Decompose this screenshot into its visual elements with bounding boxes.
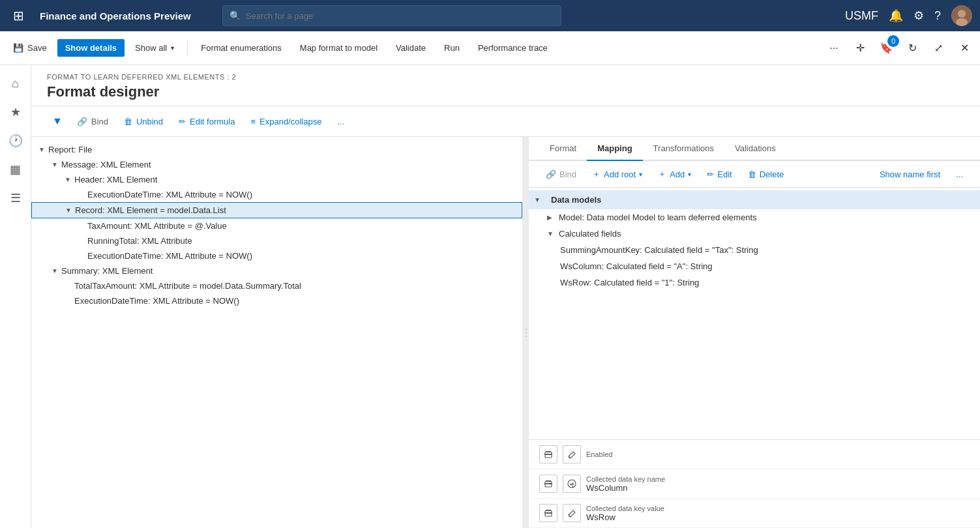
model-arrow-icon: ▼ bbox=[547, 230, 556, 237]
property-content: Collected data key nameWsColumn bbox=[586, 475, 970, 493]
run-button[interactable]: Run bbox=[436, 39, 468, 57]
property-edit-button[interactable] bbox=[563, 475, 581, 493]
show-all-button[interactable]: Show all ▾ bbox=[127, 39, 182, 57]
grid-icon[interactable]: ⊞ bbox=[8, 5, 29, 26]
separator-1 bbox=[187, 40, 188, 56]
svg-point-2 bbox=[956, 18, 968, 26]
main-layout: ⌂ ★ 🕐 ▦ ☰ FORMAT TO LEARN DEFERRED XML E… bbox=[0, 65, 980, 528]
save-icon: 💾 bbox=[13, 43, 23, 53]
expand-icon: ≡ bbox=[250, 117, 256, 126]
model-tree-item[interactable]: WsRow: Calculated field = "1": String bbox=[529, 274, 980, 291]
model-item-label: WsColumn: Calculated field = "A": String bbox=[560, 261, 713, 271]
tree-item-label: Header: XML Element bbox=[74, 175, 157, 184]
right-bind-button[interactable]: 🔗 Bind bbox=[539, 166, 583, 183]
tab-format[interactable]: Format bbox=[539, 137, 587, 161]
nav-recent[interactable]: 🕐 bbox=[3, 128, 29, 154]
search-bar[interactable]: 🔍 bbox=[222, 5, 561, 26]
right-more-button[interactable]: ... bbox=[949, 166, 970, 183]
property-edit-button[interactable] bbox=[563, 504, 581, 522]
tree-item-label: Message: XML Element bbox=[61, 160, 151, 169]
expand-collapse-button[interactable]: ≡ Expand/collapse bbox=[244, 113, 328, 130]
notification-icon[interactable]: 🔔 bbox=[889, 8, 903, 23]
add-chevron-icon: ▾ bbox=[688, 171, 691, 178]
nav-workspaces[interactable]: ▦ bbox=[3, 156, 29, 183]
edit-button[interactable]: ✏ Edit bbox=[700, 166, 738, 183]
tree-item-label: ExecutionDateTime: XML Attribute = NOW() bbox=[74, 296, 239, 306]
model-tree-item[interactable]: WsColumn: Calculated field = "A": String bbox=[529, 258, 980, 274]
tab-mapping[interactable]: Mapping bbox=[587, 137, 642, 161]
property-delete-button[interactable] bbox=[539, 445, 557, 463]
sub-toolbar: ▼ 🔗 Bind 🗑 Unbind ✏ Edit formula ≡ Expan… bbox=[31, 106, 980, 137]
crosshair-icon-button[interactable]: ✛ bbox=[850, 38, 870, 59]
open-in-new-button[interactable]: ⤢ bbox=[928, 38, 949, 59]
unbind-icon: 🗑 bbox=[124, 117, 132, 126]
format-tree-item[interactable]: ExecutionDateTime: XML Attribute = NOW() bbox=[31, 293, 522, 308]
filter-icon[interactable]: ▼ bbox=[47, 110, 68, 132]
format-tree-item[interactable]: ▼Header: XML Element bbox=[31, 172, 522, 187]
format-tree-item[interactable]: TaxAmount: XML Attribute = @.Value bbox=[31, 218, 522, 233]
tree-item-label: TotalTaxAmount: XML Attribute = model.Da… bbox=[74, 281, 301, 291]
link-icon: 🔗 bbox=[77, 117, 87, 126]
show-name-first-button[interactable]: Show name first bbox=[873, 166, 947, 183]
close-button[interactable]: ✕ bbox=[954, 38, 975, 59]
more-options-button[interactable]: ··· bbox=[824, 38, 844, 59]
tree-item-label: RunningTotal: XML Attribute bbox=[87, 236, 192, 246]
model-tree-item[interactable]: ▶Model: Data model Model to learn deferr… bbox=[529, 209, 980, 226]
nav-favorites[interactable]: ★ bbox=[3, 99, 29, 125]
model-tree-item[interactable]: ▼Data models bbox=[529, 190, 980, 209]
model-tree-item[interactable]: SummingAmountKey: Calculated field = "Ta… bbox=[529, 242, 980, 258]
map-format-button[interactable]: Map format to model bbox=[292, 39, 385, 57]
model-item-label: SummingAmountKey: Calculated field = "Ta… bbox=[560, 245, 758, 255]
format-tree-item[interactable]: ExecutionDateTime: XML Attribute = NOW() bbox=[31, 248, 522, 263]
unbind-button[interactable]: 🗑 Unbind bbox=[117, 113, 170, 130]
group-label: Data models bbox=[546, 194, 606, 206]
format-tree-item[interactable]: ▼Record: XML Element = model.Data.List bbox=[31, 202, 522, 218]
model-arrow-icon: ▶ bbox=[547, 214, 556, 221]
tab-validations[interactable]: Validations bbox=[724, 137, 786, 161]
nav-home[interactable]: ⌂ bbox=[3, 70, 29, 96]
svg-rect-7 bbox=[544, 483, 552, 484]
breadcrumb: FORMAT TO LEARN DEFERRED XML ELEMENTS : … bbox=[47, 73, 964, 81]
format-tree-item[interactable]: ▼Message: XML Element bbox=[31, 157, 522, 172]
add-button[interactable]: ＋ Add ▾ bbox=[651, 165, 698, 183]
show-all-chevron-icon: ▾ bbox=[171, 44, 174, 51]
help-icon[interactable]: ? bbox=[934, 9, 941, 23]
top-nav: ⊞ Finance and Operations Preview 🔍 USMF … bbox=[0, 0, 980, 31]
refresh-button[interactable]: ↻ bbox=[902, 38, 923, 59]
show-details-button[interactable]: Show details bbox=[57, 39, 125, 57]
add-icon: ＋ bbox=[658, 168, 666, 180]
svg-point-1 bbox=[958, 10, 966, 18]
property-row: Collected data key valueWsRow bbox=[529, 499, 980, 528]
format-tree-item[interactable]: RunningTotal: XML Attribute bbox=[31, 233, 522, 248]
pane-divider[interactable]: ⋮ bbox=[524, 137, 529, 528]
property-delete-button[interactable] bbox=[539, 504, 557, 522]
tab-transformations[interactable]: Transformations bbox=[643, 137, 724, 161]
properties-panel: EnabledCollected data key nameWsColumnCo… bbox=[529, 439, 980, 528]
add-root-chevron-icon: ▾ bbox=[639, 171, 642, 178]
property-value: WsRow bbox=[586, 512, 970, 522]
format-tree-item[interactable]: ExecutionDateTime: XML Attribute = NOW() bbox=[31, 187, 522, 202]
split-pane: ▼Report: File▼Message: XML Element▼Heade… bbox=[31, 137, 980, 528]
delete-button[interactable]: 🗑 Delete bbox=[741, 166, 791, 183]
format-tree-item[interactable]: ▼Report: File bbox=[31, 142, 522, 157]
format-tree-item[interactable]: ▼Summary: XML Element bbox=[31, 263, 522, 278]
save-button[interactable]: 💾 Save bbox=[5, 39, 55, 57]
tree-item-label: ExecutionDateTime: XML Attribute = NOW() bbox=[87, 251, 252, 261]
property-delete-button[interactable] bbox=[539, 475, 557, 493]
sub-more-button[interactable]: ... bbox=[331, 113, 351, 130]
model-tree-item[interactable]: ▼Calculated fields bbox=[529, 226, 980, 242]
add-root-button[interactable]: ＋ Add root ▾ bbox=[586, 165, 649, 183]
property-edit-button[interactable] bbox=[563, 445, 581, 463]
nav-list[interactable]: ☰ bbox=[3, 185, 29, 211]
format-enumerations-button[interactable]: Format enumerations bbox=[193, 39, 290, 57]
search-input[interactable] bbox=[246, 11, 554, 21]
edit-formula-button[interactable]: ✏ Edit formula bbox=[172, 113, 241, 130]
validate-button[interactable]: Validate bbox=[388, 39, 434, 57]
bind-button[interactable]: 🔗 Bind bbox=[70, 113, 115, 130]
top-nav-right: USMF 🔔 ⚙ ? bbox=[845, 5, 972, 26]
model-item-label: Model: Data model Model to learn deferre… bbox=[559, 213, 757, 222]
performance-trace-button[interactable]: Performance trace bbox=[470, 39, 556, 57]
avatar[interactable] bbox=[951, 5, 972, 26]
format-tree-item[interactable]: TotalTaxAmount: XML Attribute = model.Da… bbox=[31, 278, 522, 293]
settings-icon[interactable]: ⚙ bbox=[913, 8, 924, 23]
